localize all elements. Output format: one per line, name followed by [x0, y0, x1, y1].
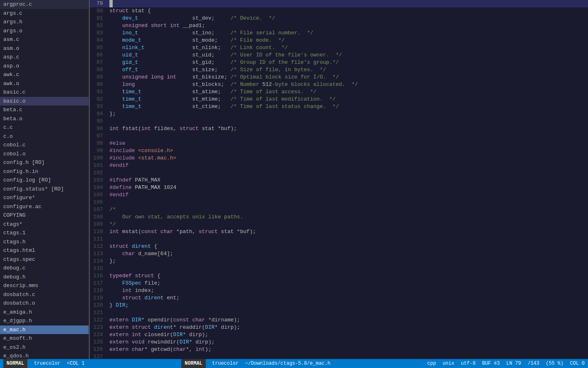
code-line[interactable]: 126extern char* getcwd(char*, int);	[90, 346, 588, 353]
file-list-item[interactable]: cobol.o	[0, 150, 89, 159]
file-list-item[interactable]: asp.c	[0, 53, 89, 62]
code-line[interactable]: 96int fstat(int fildes, struct stat *buf…	[90, 125, 588, 132]
code-line[interactable]: 123extern struct dirent* readdir(DIR* di…	[90, 324, 588, 331]
file-list-item[interactable]: argproc.c	[0, 0, 89, 9]
file-list-item[interactable]: awk.o	[0, 79, 89, 88]
code-line[interactable]: 99#include <console.h>	[90, 147, 588, 155]
file-list-item[interactable]: e_djgpp.h	[0, 316, 89, 325]
file-list-item[interactable]: config.log [RO]	[0, 176, 89, 185]
file-list-item[interactable]: dosbatch.c	[0, 290, 89, 299]
code-line[interactable]: 117 FSSpec file;	[90, 280, 588, 287]
file-list-item[interactable]: beta.o	[0, 114, 89, 123]
code-line[interactable]: 91 time_t st_atime; /* Time of last acce…	[90, 88, 588, 96]
code-line[interactable]: 124extern int closedir(DIR* dirp);	[90, 331, 588, 339]
code-area[interactable]: 79 80struct stat {81 dev_t st_dev; /* De…	[90, 0, 588, 359]
file-list-item[interactable]: configure.ac	[0, 202, 89, 211]
file-list-item[interactable]: c.c	[0, 123, 89, 132]
code-line[interactable]: 115	[90, 265, 588, 272]
code-line[interactable]: 100#include <stat.mac.h>	[90, 155, 588, 162]
code-line[interactable]: 112struct dirent {	[90, 243, 588, 250]
line-content: extern DIR* opendir(const char *dirname)…	[106, 316, 240, 324]
code-line[interactable]: 104#define PATH_MAX 1024	[90, 184, 588, 191]
file-list-item[interactable]: asm.c	[0, 35, 89, 44]
file-list-item[interactable]: config.h [RO]	[0, 158, 89, 167]
file-list-panel[interactable]: argproc.cargs.cargs.hargs.oasm.casm.oasp…	[0, 0, 89, 359]
file-list-item[interactable]: config.h.in	[0, 167, 89, 176]
code-line[interactable]: 80struct stat {	[90, 7, 588, 15]
code-line[interactable]: 84 mode_t st_mode; /* File mode. */	[90, 37, 588, 44]
file-list-item[interactable]: config.status* [RO]	[0, 185, 89, 194]
file-list-item[interactable]: ctags.html	[0, 246, 89, 255]
file-list-item[interactable]: ctags*	[0, 220, 89, 229]
code-line[interactable]: 87 gid_t st_gid; /* Group ID of the file…	[90, 59, 588, 66]
file-list-item[interactable]: cobol.c	[0, 141, 89, 150]
code-line[interactable]: 113 char d_name[64];	[90, 250, 588, 258]
code-line[interactable]: 110int mstat(const char *path, struct st…	[90, 228, 588, 236]
file-list-item[interactable]: debug.c	[0, 264, 89, 273]
code-line[interactable]: 125extern void rewinddir(DIR* dirp);	[90, 339, 588, 346]
file-list-item[interactable]: beta.c	[0, 105, 89, 114]
code-line[interactable]: 109*/	[90, 221, 588, 228]
file-list-item[interactable]: basic.o	[0, 97, 89, 106]
file-list-item[interactable]: dosbatch.o	[0, 299, 89, 308]
code-line[interactable]: 103#ifndef PATH_MAX	[90, 177, 588, 184]
code-line[interactable]: 95	[90, 118, 588, 125]
status-mode-left: NORMAL	[3, 359, 27, 368]
code-line[interactable]: 111	[90, 236, 588, 243]
code-line[interactable]: 127	[90, 353, 588, 359]
code-line[interactable]: 82 unsigned short int __pad1;	[90, 22, 588, 29]
line-number: 92	[90, 96, 106, 103]
line-number: 117	[90, 280, 106, 287]
file-list-item[interactable]: e_os2.h	[0, 343, 89, 352]
code-line[interactable]: 121	[90, 309, 588, 316]
file-list-item[interactable]: ctags.1	[0, 229, 89, 238]
file-list-item[interactable]: ctags.spec	[0, 255, 89, 264]
file-list-item[interactable]: asp.o	[0, 62, 89, 71]
code-line[interactable]: 94};	[90, 110, 588, 118]
code-line[interactable]: 92 time_t st_mtime; /* Time of last modi…	[90, 96, 588, 103]
file-list-item[interactable]: descrip.mms	[0, 281, 89, 290]
file-list-item[interactable]: COPYING	[0, 211, 89, 220]
code-line[interactable]: 98#else	[90, 140, 588, 147]
line-number: 118	[90, 287, 106, 294]
file-list-item[interactable]: e_qdos.h	[0, 352, 89, 359]
file-list-item[interactable]: basic.c	[0, 88, 89, 97]
code-line[interactable]: 106	[90, 199, 588, 206]
file-list-item[interactable]: e_amiga.h	[0, 308, 89, 317]
code-line[interactable]: 88 off_t st_size; /* Size of file, in by…	[90, 66, 588, 74]
file-list-item[interactable]: args.c	[0, 9, 89, 18]
file-list-item[interactable]: c.o	[0, 132, 89, 141]
code-line[interactable]: 79	[90, 0, 588, 7]
code-line[interactable]: 119 struct dirent ent;	[90, 294, 588, 302]
code-line[interactable]: 114};	[90, 258, 588, 265]
code-line[interactable]: 85 nlink_t st_nlink; /* Link count. */	[90, 44, 588, 52]
code-line[interactable]: 83 ino_t st_ino; /* File serial number. …	[90, 29, 588, 37]
code-line[interactable]: 89 unsigned long int st_blksize; /* Opti…	[90, 74, 588, 81]
file-list-item[interactable]: debug.h	[0, 273, 89, 282]
file-list-item[interactable]: configure*	[0, 193, 89, 202]
code-line[interactable]: 120} DIR;	[90, 302, 588, 309]
code-line[interactable]: 86 uid_t st_uid; /* User ID of the file'…	[90, 52, 588, 59]
code-line[interactable]: 108 Our own stat, accepts unix like path…	[90, 213, 588, 221]
line-number: 125	[90, 339, 106, 346]
code-line[interactable]: 107/*	[90, 206, 588, 213]
code-line[interactable]: 93 time_t st_ctime; /* Time of last stat…	[90, 103, 588, 110]
file-list-item[interactable]: args.o	[0, 27, 89, 36]
code-line[interactable]: 116typedef struct {	[90, 272, 588, 280]
file-list-item[interactable]: ctags.h	[0, 238, 89, 247]
code-line[interactable]: 101#endif	[90, 162, 588, 169]
code-line[interactable]: 122extern DIR* opendir(const char *dirna…	[90, 316, 588, 324]
file-list-item[interactable]: e_msoft.h	[0, 334, 89, 343]
file-list-item[interactable]: e_mac.h	[0, 325, 89, 334]
code-line[interactable]: 97	[90, 132, 588, 140]
file-list-item[interactable]: args.h	[0, 18, 89, 27]
file-list-item[interactable]: awk.c	[0, 70, 89, 79]
line-number: 90	[90, 81, 106, 88]
line-number: 94	[90, 110, 106, 118]
file-list-item[interactable]: asm.o	[0, 44, 89, 53]
code-line[interactable]: 118 int index;	[90, 287, 588, 294]
code-line[interactable]: 81 dev_t st_dev; /* Device. */	[90, 15, 588, 22]
code-line[interactable]: 105#endif	[90, 191, 588, 199]
code-line[interactable]: 102	[90, 169, 588, 177]
code-line[interactable]: 90 long st_blocks; /* Number 512-byte bl…	[90, 81, 588, 88]
